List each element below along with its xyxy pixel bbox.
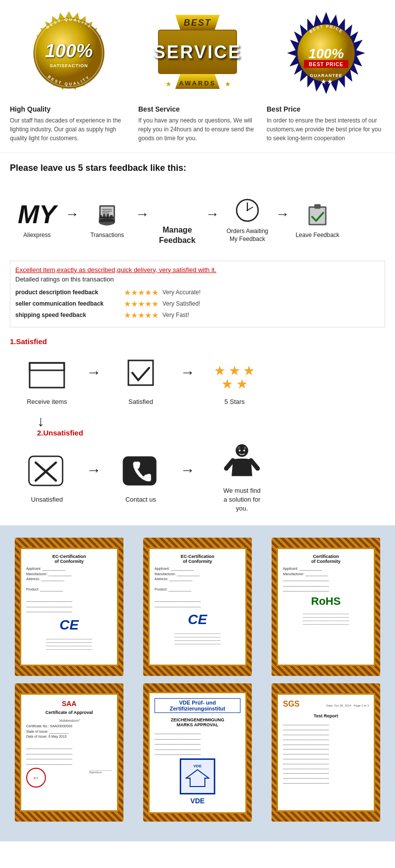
svg-text:★: ★ — [221, 377, 233, 392]
cert-body-ce2: Applicant: ____________ Manufacturer: __… — [155, 566, 240, 609]
5stars-icon: ★ ★ ★ ★ ★ — [210, 353, 259, 395]
svg-text:BEST: BEST — [184, 18, 211, 28]
cert-vde-logo: VDE Prüf- und Zertifizierungsinstitut — [155, 698, 240, 713]
svg-text:100%: 100% — [45, 40, 93, 61]
cert-title-vde: ZEICHENGENEHMIGUNGMARKS APPROVAL — [171, 717, 225, 727]
svg-rect-43 — [30, 363, 64, 388]
transactions-icon — [95, 199, 119, 229]
proc-label-contact: Contact us — [125, 495, 156, 504]
svg-rect-44 — [30, 363, 64, 370]
svg-rect-35 — [110, 215, 113, 218]
cert-inner-saa: SAA Certificate of Approval "Addendum" C… — [20, 693, 118, 812]
receive-icon — [22, 353, 72, 395]
rating-desc-1: Very Accurate! — [162, 289, 200, 296]
satisfied-icon — [116, 353, 165, 395]
cert-body-ce1: Applicant: ____________ Manufacturer: __… — [26, 566, 112, 615]
cert-ce-logo-2: CE — [188, 612, 207, 628]
cert-inner-rohs: Certificationof Conformity Applicant: __… — [276, 548, 375, 666]
quality-col-3: Best Price In order to ensure the best i… — [267, 105, 385, 143]
quality-title-1: High Quality — [10, 105, 128, 113]
stars-1: ★★★★★ — [124, 288, 158, 297]
proc-label-satisfied: Satisfied — [128, 397, 153, 406]
cert-sgs-header: SGS Date: Oct 28, 2014 Page 1 of 3 — [283, 700, 369, 711]
cert-saa-sig: ______________Signature — [89, 768, 112, 788]
cert-saa-footer: C✓ ______________Signature — [26, 768, 112, 788]
stars-3: ★★★★★ — [124, 311, 158, 320]
quality-descriptions: High Quality Our staff has decades of ex… — [0, 101, 395, 153]
cert-sgs-logo: SGS — [283, 700, 300, 709]
proc-solution: We must finda solution foryou. — [198, 442, 286, 513]
svg-point-57 — [244, 447, 246, 449]
flow-item-orders: Orders AwaitingMy Feedback — [220, 196, 275, 243]
cert-sgs-date: Date: Oct 28, 2014 Page 1 of 3 — [326, 704, 369, 707]
satisfaction-badge: BEST QUALITY 100% SATISFACTION BEST QUAL… — [26, 10, 112, 96]
flow-arrow-3: → — [205, 206, 219, 232]
feedback-title: Please leave us 5 stars feedback like th… — [10, 163, 385, 173]
flow-arrow-1: → — [65, 206, 79, 232]
rating-desc-2: Very Satisfied! — [162, 300, 200, 307]
quality-title-3: Best Price — [267, 105, 385, 113]
feedback-section: Please leave us 5 stars feedback like th… — [0, 153, 395, 188]
cert-title-rohs: Certificationof Conformity — [312, 554, 341, 564]
svg-point-59 — [243, 450, 245, 452]
stars-2: ★★★★★ — [124, 299, 158, 309]
clipboard-icon — [305, 199, 330, 229]
svg-text:★: ★ — [236, 377, 248, 392]
flow-arrow-2: → — [135, 206, 149, 232]
satisfied-row: Receive items → Satisfied → ★ ★ ★ — [10, 351, 385, 409]
cert-title-ce2: EC-Certificationof Conformity — [181, 554, 214, 564]
flow-item-transactions: Transactions — [80, 199, 134, 239]
svg-rect-54 — [123, 456, 157, 485]
proc-label-solution: We must finda solution foryou. — [223, 486, 261, 513]
cert-body-vde: ________________________ _______________… — [155, 730, 240, 756]
solution-icon — [217, 442, 267, 484]
svg-text:★: ★ — [214, 363, 226, 378]
rating-label-3: shipping speed feedback — [15, 312, 124, 318]
proc-arrow-h-3: → — [84, 462, 104, 493]
svg-marker-60 — [186, 770, 209, 787]
proc-unsatisfied: Unsatisfied — [10, 451, 84, 504]
down-arrow: ↓ — [37, 414, 385, 429]
clock-icon — [235, 196, 260, 225]
flow-label-manage: ManageFeedback — [159, 225, 196, 246]
flow-diagram: MY Aliexpress → Transact — [0, 188, 395, 256]
cert-vde-mark: VDE — [180, 758, 215, 794]
certificates-section: EC-Certificationof Conformity Applicant:… — [0, 525, 395, 841]
svg-rect-34 — [107, 214, 109, 218]
svg-point-58 — [239, 450, 241, 452]
feedback-black-text: Detailed ratings on this transaction — [15, 276, 380, 283]
proc-5stars: ★ ★ ★ ★ ★ 5 Stars — [198, 353, 272, 406]
svg-text:100%: 100% — [309, 46, 344, 61]
contact-icon — [116, 451, 165, 493]
flow-label-orders: Orders AwaitingMy Feedback — [227, 228, 269, 243]
svg-text:★: ★ — [243, 363, 255, 378]
proc-label-receive: Receive items — [27, 397, 67, 406]
service-badge: BEST SERVICE AWARDS ★ ★ — [153, 10, 242, 96]
cert-frame-rohs: Certificationof Conformity Applicant: __… — [272, 538, 380, 676]
cert-vde-bottom: VDE — [191, 797, 205, 805]
my-icon: MY — [18, 199, 56, 229]
proc-label-5stars: 5 Stars — [224, 397, 244, 406]
badges-row: BEST QUALITY 100% SATISFACTION BEST QUAL… — [0, 0, 395, 101]
cert-inner-ce2: EC-Certificationof Conformity Applicant:… — [148, 548, 247, 666]
cert-frame-ce2: EC-Certificationof Conformity Applicant:… — [143, 538, 252, 676]
svg-rect-32 — [99, 215, 102, 218]
cert-inner-vde: VDE Prüf- und Zertifizierungsinstitut ZE… — [148, 692, 247, 814]
svg-text:★: ★ — [229, 363, 240, 378]
quality-title-2: Best Service — [138, 105, 257, 113]
svg-line-39 — [247, 207, 253, 210]
certs-row-2: SAA Certificate of Approval "Addendum" C… — [7, 683, 388, 822]
cert-saa-seal: C✓ — [26, 768, 46, 788]
proc-contact: Contact us — [104, 451, 178, 504]
cert-inner-sgs: SGS Date: Oct 28, 2014 Page 1 of 3 Test … — [276, 693, 375, 812]
cert-saa-logo: SAA — [62, 700, 77, 708]
rating-label-1: product description feedback — [15, 289, 124, 296]
rating-row-3: shipping speed feedback ★★★★★ Very Fast! — [15, 311, 380, 320]
cert-frame-vde: VDE Prüf- und Zertifizierungsinstitut ZE… — [143, 683, 252, 822]
flow-label-transactions: Transactions — [90, 232, 124, 239]
cert-saa-sub: "Addendum" — [58, 718, 80, 723]
rating-row-1: product description feedback ★★★★★ Very … — [15, 288, 380, 297]
svg-text:AWARDS: AWARDS — [179, 79, 216, 87]
rating-label-2: seller communication feedback — [15, 300, 124, 307]
cert-title-sgs: Test Report — [314, 713, 338, 718]
